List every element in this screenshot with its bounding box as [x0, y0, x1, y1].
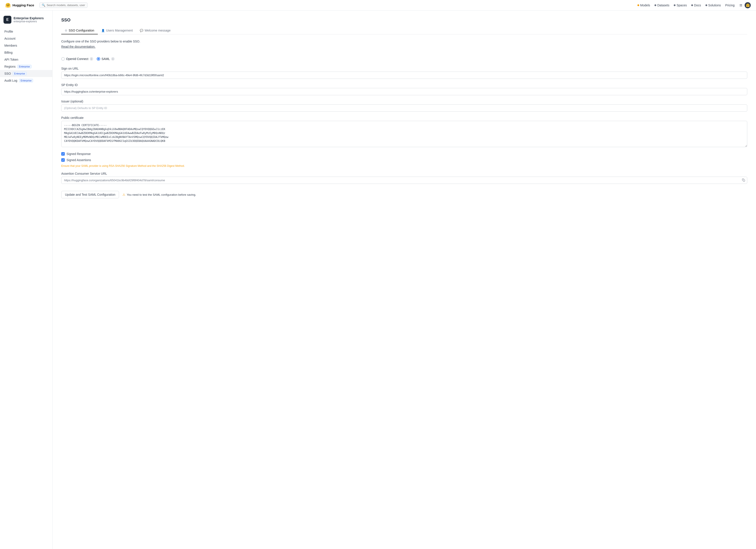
tabs: ⚙ SSO Configuration 👤 Users Management 💬…: [61, 27, 747, 34]
grid-icon[interactable]: [740, 4, 742, 6]
openid-label: OpenId Connect: [66, 57, 88, 61]
sidebar-item-billing[interactable]: Billing: [0, 49, 52, 56]
docs-dot: [691, 4, 693, 6]
nav-spaces[interactable]: Spaces: [674, 4, 687, 7]
sidebar-item-sso[interactable]: SSO Enterprise: [0, 70, 52, 77]
navbar: 🤗 Hugging Face 🔍 Models Datasets Spaces …: [0, 0, 756, 11]
signed-assertions-label: Signed Assertions: [67, 158, 91, 162]
welcome-msg-icon: 💬: [140, 29, 143, 32]
org-name: Enterprise Explorers: [14, 16, 44, 20]
sidebar-item-audit-log[interactable]: Audit Log Enterprise: [0, 77, 52, 84]
nav-spaces-label: Spaces: [677, 4, 687, 7]
radio-saml[interactable]: SAML i: [97, 57, 115, 61]
nav-docs[interactable]: Docs: [691, 4, 701, 7]
sp-entity-id-group: SP Entity ID: [61, 83, 747, 95]
warning-icon: ⚠: [123, 193, 125, 196]
sidebar-billing-label: Billing: [4, 51, 12, 54]
sha-warning-text: Ensure that your SAML provider is using …: [61, 164, 747, 167]
org-header: E Enterprise Explorers enterprise-explor…: [0, 16, 52, 28]
page-title: SSO: [61, 18, 747, 23]
nav-datasets-label: Datasets: [657, 4, 669, 7]
sign-on-url-group: Sign on URL: [61, 67, 747, 79]
sidebar-item-regions[interactable]: Regions Enterprise: [0, 63, 52, 70]
tab-users-mgmt-label: Users Management: [106, 29, 133, 32]
sidebar-audit-log-label: Audit Log: [4, 79, 17, 82]
nav-models[interactable]: Models: [637, 4, 650, 7]
navbar-extras: 🤗: [740, 2, 751, 8]
signed-assertions-group: Signed Assertions: [61, 158, 747, 162]
openid-info-icon[interactable]: i: [90, 57, 93, 61]
save-warning: ⚠ You need to test the SAML configuratio…: [123, 193, 196, 196]
acs-label: Assertion Consumer Service URL: [61, 172, 747, 175]
nav-links: Models Datasets Spaces Docs Solutions Pr…: [637, 4, 735, 7]
brand[interactable]: 🤗 Hugging Face: [5, 3, 34, 8]
issuer-group: Issuer (optional): [61, 100, 747, 112]
search-bar[interactable]: 🔍: [39, 2, 87, 8]
signed-assertions-checkbox[interactable]: [61, 158, 65, 162]
regions-badge: Enterprise: [17, 65, 31, 68]
solutions-dot: [705, 4, 707, 6]
sidebar-account-label: Account: [4, 37, 16, 40]
tab-users-mgmt[interactable]: 👤 Users Management: [98, 27, 136, 34]
tab-sso-config[interactable]: ⚙ SSO Configuration: [61, 27, 98, 34]
main-content: SSO ⚙ SSO Configuration 👤 Users Manageme…: [53, 11, 756, 549]
provider-radio-group: OpenId Connect i SAML i: [61, 54, 747, 61]
sp-entity-id-input[interactable]: [61, 88, 747, 95]
acs-input[interactable]: [61, 177, 747, 184]
sidebar-item-members[interactable]: Members: [0, 42, 52, 49]
tab-welcome-msg-label: Welcome message: [145, 29, 171, 32]
datasets-dot: [655, 4, 656, 6]
nav-docs-label: Docs: [694, 4, 701, 7]
sign-on-url-input[interactable]: [61, 72, 747, 79]
saml-label: SAML: [101, 57, 110, 61]
openid-radio-circle[interactable]: [61, 57, 65, 61]
acs-input-wrap: [61, 177, 747, 184]
cert-textarea[interactable]: -----BEGIN CERTIFICATE----- MIICKDCCAZGg…: [61, 121, 747, 147]
copy-acs-button[interactable]: [742, 178, 745, 182]
tab-sso-config-label: SSO Configuration: [69, 29, 94, 32]
nav-pricing-label: Pricing: [725, 4, 735, 7]
save-warning-text: You need to test the SAML configuration …: [127, 193, 196, 196]
update-test-button[interactable]: Update and Test SAML Configuration: [61, 191, 119, 198]
sidebar-regions-label: Regions: [4, 65, 16, 68]
sso-badge: Enterprise: [13, 72, 27, 75]
user-avatar[interactable]: 🤗: [745, 2, 751, 8]
nav-solutions[interactable]: Solutions: [705, 4, 721, 7]
org-info: Enterprise Explorers enterprise-explorer…: [14, 16, 44, 23]
sidebar-members-label: Members: [4, 44, 17, 47]
models-dot: [637, 4, 639, 6]
brand-name: Hugging Face: [12, 3, 34, 7]
svg-rect-0: [743, 179, 745, 181]
page-layout: E Enterprise Explorers enterprise-explor…: [0, 11, 756, 549]
search-icon: 🔍: [42, 4, 45, 7]
spaces-dot: [674, 4, 675, 6]
nav-datasets[interactable]: Datasets: [655, 4, 669, 7]
nav-solutions-label: Solutions: [708, 4, 721, 7]
nav-pricing[interactable]: Pricing: [725, 4, 735, 7]
sso-config-icon: ⚙: [65, 29, 67, 32]
doc-link[interactable]: Read the documentation.: [61, 45, 95, 48]
sp-entity-id-label: SP Entity ID: [61, 83, 747, 87]
users-mgmt-icon: 👤: [101, 29, 105, 32]
cert-group: Public certificate -----BEGIN CERTIFICAT…: [61, 116, 747, 148]
signed-response-checkbox[interactable]: [61, 152, 65, 156]
tab-welcome-msg[interactable]: 💬 Welcome message: [136, 27, 174, 34]
action-row: Update and Test SAML Configuration ⚠ You…: [61, 189, 747, 198]
sign-on-url-label: Sign on URL: [61, 67, 747, 70]
saml-radio-circle[interactable]: [97, 57, 100, 61]
saml-info-icon[interactable]: i: [111, 57, 115, 61]
search-input[interactable]: [47, 4, 85, 7]
issuer-label: Issuer (optional): [61, 100, 747, 103]
issuer-input[interactable]: [61, 104, 747, 112]
sidebar-item-account[interactable]: Account: [0, 35, 52, 42]
radio-openid[interactable]: OpenId Connect i: [61, 57, 93, 61]
acs-url-group: Assertion Consumer Service URL: [61, 172, 747, 184]
signed-response-group: Signed Response: [61, 152, 747, 156]
signed-response-label: Signed Response: [67, 152, 91, 156]
audit-log-badge: Enterprise: [19, 79, 33, 82]
sidebar-item-profile[interactable]: Profile: [0, 28, 52, 35]
sidebar-nav: Profile Account Members Billing API Toke…: [0, 28, 52, 84]
sidebar-api-token-label: API Token: [4, 58, 18, 61]
nav-models-label: Models: [640, 4, 650, 7]
sidebar-item-api-token[interactable]: API Token: [0, 56, 52, 63]
